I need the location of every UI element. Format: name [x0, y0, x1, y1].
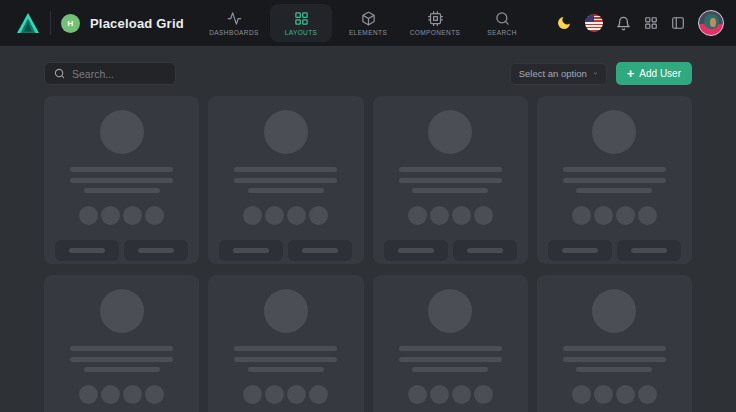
button-placeholder[interactable]: [617, 240, 681, 261]
activity-icon: [227, 11, 242, 26]
grid-icon: [294, 11, 309, 26]
nav-item-dashboards[interactable]: Dashboards: [203, 4, 265, 42]
text-line-placeholder: [563, 178, 666, 183]
user-avatar[interactable]: [698, 10, 724, 36]
page-title: Placeload Grid: [90, 16, 184, 31]
text-line-placeholder: [563, 346, 666, 351]
text-line-placeholder: [234, 357, 337, 362]
moon-icon: [556, 15, 572, 31]
top-navbar: H Placeload Grid Dashboards Layouts Elem…: [0, 0, 736, 46]
dot-placeholder: [101, 206, 120, 225]
dots-placeholder-row: [572, 206, 657, 225]
dot-placeholder: [594, 385, 613, 404]
dots-placeholder-row: [79, 385, 164, 404]
dot-placeholder: [452, 385, 471, 404]
dot-placeholder: [265, 385, 284, 404]
main-nav: Dashboards Layouts Elements Components S…: [203, 0, 533, 46]
dot-placeholder: [145, 206, 164, 225]
dot-placeholder: [572, 206, 591, 225]
button-placeholder[interactable]: [55, 240, 119, 261]
avatar-placeholder: [100, 110, 144, 154]
dot-placeholder: [123, 385, 142, 404]
nav-label: Search: [487, 29, 517, 36]
nav-label: Layouts: [285, 29, 318, 36]
dot-placeholder: [123, 206, 142, 225]
dot-placeholder: [243, 206, 262, 225]
text-line-short-placeholder: [84, 367, 160, 372]
text-line-short-placeholder: [248, 367, 324, 372]
card-actions: [219, 240, 352, 261]
dots-placeholder-row: [243, 385, 328, 404]
dot-placeholder: [474, 385, 493, 404]
button-bar-placeholder: [138, 248, 174, 253]
dots-placeholder-row: [408, 206, 493, 225]
app-logo-icon[interactable]: [16, 12, 40, 34]
dot-placeholder: [309, 385, 328, 404]
dot-placeholder: [79, 385, 98, 404]
cpu-icon: [428, 11, 443, 26]
text-line-placeholder: [70, 357, 173, 362]
theme-toggle-button[interactable]: [556, 15, 572, 31]
nav-item-components[interactable]: Components: [404, 4, 466, 42]
placeholder-card: [373, 275, 528, 412]
plus-icon: +: [627, 67, 635, 80]
button-placeholder[interactable]: [453, 240, 517, 261]
dot-placeholder: [287, 385, 306, 404]
toolbar: Select an option + Add User: [44, 62, 692, 85]
navbar-right: [556, 10, 726, 36]
text-line-placeholder: [70, 178, 173, 183]
avatar-placeholder: [428, 289, 472, 333]
avatar-placeholder: [592, 110, 636, 154]
text-line-short-placeholder: [84, 188, 160, 193]
button-bar-placeholder: [467, 248, 503, 253]
text-line-placeholder: [234, 346, 337, 351]
apps-icon: [644, 16, 658, 30]
placeholder-card: [208, 96, 363, 264]
workspace-chip[interactable]: H: [61, 14, 80, 33]
dot-placeholder: [638, 385, 657, 404]
search-icon: [54, 68, 65, 79]
text-line-placeholder: [399, 178, 502, 183]
button-placeholder[interactable]: [384, 240, 448, 261]
avatar-placeholder: [264, 289, 308, 333]
avatar-placeholder: [264, 110, 308, 154]
dot-placeholder: [79, 206, 98, 225]
button-bar-placeholder: [233, 248, 269, 253]
button-placeholder[interactable]: [219, 240, 283, 261]
add-user-button[interactable]: + Add User: [616, 62, 692, 85]
button-bar-placeholder: [69, 248, 105, 253]
bell-icon: [616, 16, 631, 31]
button-bar-placeholder: [302, 248, 338, 253]
apps-button[interactable]: [644, 16, 658, 30]
text-line-short-placeholder: [576, 367, 652, 372]
button-placeholder[interactable]: [124, 240, 188, 261]
button-bar-placeholder: [398, 248, 434, 253]
nav-label: Elements: [349, 29, 387, 36]
nav-item-search[interactable]: Search: [471, 4, 533, 42]
placeholder-card: [537, 275, 692, 412]
text-line-short-placeholder: [412, 188, 488, 193]
button-placeholder[interactable]: [548, 240, 612, 261]
search-input[interactable]: [72, 68, 166, 80]
box-icon: [361, 11, 376, 26]
text-line-placeholder: [70, 346, 173, 351]
dot-placeholder: [616, 385, 635, 404]
search-box[interactable]: [44, 62, 176, 85]
option-select[interactable]: Select an option: [510, 63, 607, 85]
nav-item-layouts[interactable]: Layouts: [270, 4, 332, 42]
language-button[interactable]: [585, 14, 603, 32]
sidebar-toggle-button[interactable]: [671, 16, 685, 30]
sidebar-panel-icon: [671, 16, 685, 30]
nav-item-elements[interactable]: Elements: [337, 4, 399, 42]
add-user-label: Add User: [639, 68, 681, 79]
placeholder-card: [44, 275, 199, 412]
placeholder-card: [537, 96, 692, 264]
dot-placeholder: [474, 206, 493, 225]
text-line-placeholder: [399, 167, 502, 172]
dot-placeholder: [594, 206, 613, 225]
divider: [50, 11, 51, 35]
button-placeholder[interactable]: [288, 240, 352, 261]
notifications-button[interactable]: [616, 16, 631, 31]
dot-placeholder: [408, 206, 427, 225]
avatar-placeholder: [100, 289, 144, 333]
